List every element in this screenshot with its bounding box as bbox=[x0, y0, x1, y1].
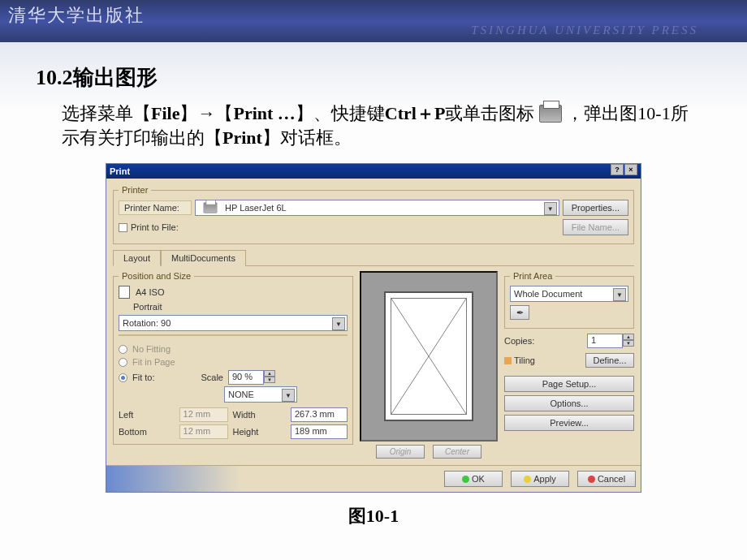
scale-label: Scale bbox=[186, 373, 223, 382]
print-to-file-label: Print to File: bbox=[131, 222, 179, 232]
tab-strip: Layout MultiDocuments bbox=[113, 249, 634, 266]
radio-fit-in-page[interactable] bbox=[119, 358, 127, 367]
tiling-label: Tiling bbox=[514, 355, 535, 365]
page-setup-button[interactable]: Page Setup... bbox=[504, 376, 634, 392]
preview-button[interactable]: Preview... bbox=[504, 415, 634, 431]
bottom-input: 12 mm bbox=[179, 424, 228, 439]
dialog-title: Print bbox=[110, 164, 130, 179]
pick-icon[interactable]: ✒ bbox=[510, 305, 529, 320]
copies-down[interactable]: ▼ bbox=[623, 340, 634, 347]
orientation-label: Portrait bbox=[133, 302, 162, 312]
left-input: 12 mm bbox=[179, 407, 228, 422]
section-heading: 10.2输出图形 bbox=[36, 63, 715, 92]
figure-caption: 图10-1 bbox=[32, 504, 715, 528]
height-input[interactable]: 189 mm bbox=[291, 424, 348, 439]
print-to-file-checkbox[interactable] bbox=[119, 223, 127, 232]
ok-button[interactable]: OK bbox=[444, 471, 503, 487]
radio-no-fitting[interactable] bbox=[119, 345, 127, 354]
printer-group: Printer Printer Name: HP LaserJet 6L Pro… bbox=[113, 185, 634, 244]
scale-down[interactable]: ▼ bbox=[264, 377, 275, 383]
publisher-logo: 清华大学出版社 bbox=[8, 3, 145, 28]
publisher-english: TSINGHUA UNIVERSITY PRESS bbox=[471, 24, 698, 37]
position-size-group: Position and Size A4 ISO Portrait Rotati… bbox=[113, 271, 353, 445]
scale-input[interactable]: 90 % bbox=[228, 370, 264, 385]
copies-label: Copies: bbox=[504, 336, 534, 346]
scale-up[interactable]: ▲ bbox=[264, 370, 275, 377]
copies-up[interactable]: ▲ bbox=[623, 334, 634, 340]
tab-multidocuments[interactable]: MultiDocuments bbox=[161, 250, 246, 266]
printer-name-dropdown[interactable]: HP LaserJet 6L bbox=[195, 200, 559, 216]
dialog-titlebar: Print ? × bbox=[106, 164, 641, 179]
tiling-icon bbox=[504, 357, 512, 364]
options-button[interactable]: Options... bbox=[504, 395, 634, 411]
properties-button[interactable]: Properties... bbox=[563, 200, 628, 216]
print-dialog: Print ? × Printer Printer Name: HP Laser… bbox=[106, 163, 641, 493]
left-label: Left bbox=[119, 410, 175, 420]
rotation-dropdown[interactable]: Rotation: 90 bbox=[119, 315, 348, 331]
printer-icon bbox=[539, 105, 562, 123]
copies-input[interactable]: 1 bbox=[587, 334, 623, 348]
center-button[interactable]: Center bbox=[433, 445, 481, 459]
document-icon bbox=[119, 286, 130, 299]
cancel-button[interactable]: Cancel bbox=[577, 471, 636, 487]
tab-layout[interactable]: Layout bbox=[113, 250, 161, 266]
body-paragraph: 选择菜单【File】→【Print …】、快捷键Ctrl＋P或单击图标 ，弹出图… bbox=[62, 101, 690, 150]
help-icon[interactable]: ? bbox=[611, 164, 624, 175]
scale-mode-dropdown[interactable]: NONE bbox=[224, 386, 297, 403]
width-input[interactable]: 267.3 mm bbox=[291, 407, 348, 422]
close-icon[interactable]: × bbox=[624, 164, 637, 175]
printer-name-label: Printer Name: bbox=[119, 200, 192, 215]
define-button[interactable]: Define... bbox=[585, 353, 634, 368]
apply-button[interactable]: Apply bbox=[511, 471, 569, 487]
bottom-label: Bottom bbox=[119, 427, 175, 437]
origin-button[interactable]: Origin bbox=[376, 445, 425, 459]
paper-size: A4 ISO bbox=[136, 287, 164, 297]
print-area-dropdown[interactable]: Whole Document bbox=[510, 286, 628, 302]
print-area-group: Print Area Whole Document ✒ bbox=[504, 271, 634, 329]
height-label: Height bbox=[233, 427, 286, 437]
page-preview bbox=[360, 271, 498, 442]
file-name-button[interactable]: File Name... bbox=[563, 219, 628, 235]
radio-fit-to[interactable] bbox=[119, 373, 127, 382]
width-label: Width bbox=[233, 410, 286, 420]
